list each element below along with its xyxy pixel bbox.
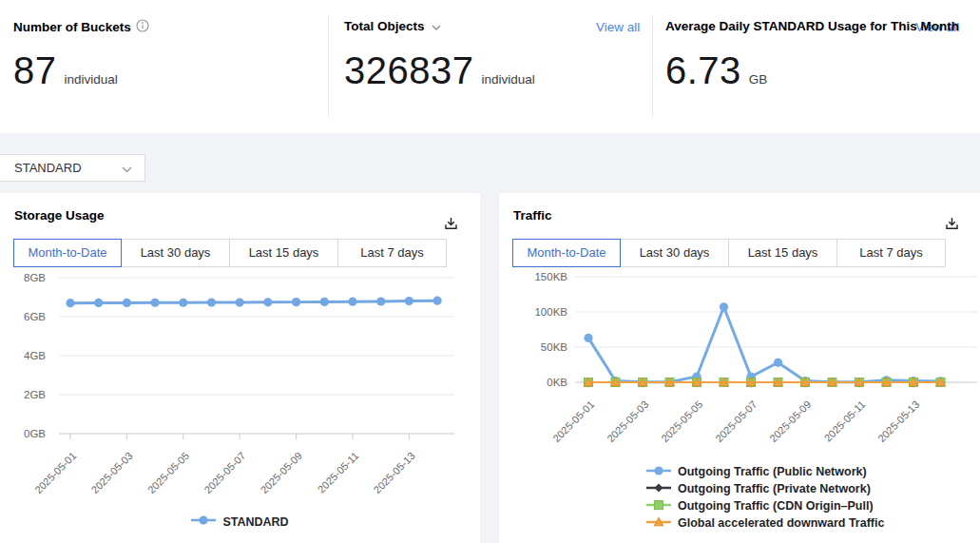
traffic-tab-group: Month-to-Date Last 30 days Last 15 days … — [512, 239, 946, 267]
svg-text:0KB: 0KB — [547, 377, 567, 388]
info-icon[interactable] — [136, 19, 149, 35]
svg-text:2025-05-01: 2025-05-01 — [32, 450, 78, 495]
stat-title-buckets: Number of Buckets — [13, 19, 149, 35]
stat-unit-objects: individual — [481, 72, 534, 87]
legend-marker-private-network — [646, 482, 671, 496]
stat-unit-buckets: individual — [65, 72, 118, 87]
storage-usage-chart[interactable]: 0GB2GB4GB6GB8GB2025-05-012025-05-032025-… — [0, 268, 480, 508]
legend-marker-standard — [191, 514, 216, 529]
storage-class-select[interactable]: STANDARD — [0, 154, 145, 182]
traffic-tab-last-30-days[interactable]: Last 30 days — [621, 239, 729, 267]
svg-text:2025-05-11: 2025-05-11 — [822, 398, 868, 444]
stats-divider-2 — [652, 15, 653, 118]
traffic-chart[interactable]: 0KB50KB100KB150KB2025-05-012025-05-03202… — [499, 269, 980, 459]
svg-text:2025-05-03: 2025-05-03 — [605, 398, 650, 444]
stat-value-avg-usage: 6.73 — [665, 49, 741, 92]
traffic-tab-last-7-days[interactable]: Last 7 days — [837, 239, 946, 267]
svg-text:2025-05-05: 2025-05-05 — [145, 450, 191, 495]
download-icon[interactable] — [441, 214, 460, 233]
svg-text:2025-05-07: 2025-05-07 — [202, 450, 247, 495]
storage-tab-last-7-days[interactable]: Last 7 days — [338, 239, 447, 267]
storage-legend: STANDARD — [0, 514, 480, 529]
storage-tab-month-to-date[interactable]: Month-to-Date — [13, 239, 122, 267]
legend-item-global-accelerated[interactable]: Global accelerated downward Traffic — [646, 514, 884, 532]
svg-text:2025-05-01: 2025-05-01 — [550, 398, 596, 444]
legend-item-cdn-origin-pull[interactable]: Outgoing Traffic (CDN Origin–Pull) — [646, 497, 884, 514]
stat-unit-avg-usage: GB — [749, 72, 768, 87]
svg-text:2025-05-09: 2025-05-09 — [767, 398, 813, 444]
legend-label-public-network: Outgoing Traffic (Public Network) — [678, 465, 867, 478]
legend-label-private-network: Outgoing Traffic (Private Network) — [678, 482, 871, 495]
stat-value-buckets: 87 — [13, 49, 57, 92]
svg-text:100KB: 100KB — [534, 306, 567, 318]
stats-bar: Number of Buckets 87 individual Total Ob… — [0, 0, 980, 133]
svg-text:2025-05-07: 2025-05-07 — [713, 398, 759, 444]
svg-text:2025-05-13: 2025-05-13 — [372, 450, 417, 495]
stat-title-objects-label: Total Objects — [344, 19, 425, 33]
legend-item-public-network[interactable]: Outgoing Traffic (Public Network) — [646, 463, 884, 480]
svg-text:150KB: 150KB — [534, 271, 567, 282]
stats-divider-1 — [328, 15, 329, 118]
storage-tab-last-15-days[interactable]: Last 15 days — [230, 239, 338, 267]
svg-text:6GB: 6GB — [24, 311, 46, 322]
traffic-tab-last-15-days[interactable]: Last 15 days — [729, 239, 837, 267]
legend-label-global-accelerated: Global accelerated downward Traffic — [678, 516, 884, 530]
legend-label-cdn-origin-pull: Outgoing Traffic (CDN Origin–Pull) — [678, 499, 874, 513]
svg-text:2025-05-09: 2025-05-09 — [259, 450, 304, 495]
legend-label-standard: STANDARD — [222, 515, 288, 529]
chevron-down-icon — [122, 160, 132, 177]
download-icon[interactable] — [942, 214, 961, 233]
svg-text:0GB: 0GB — [24, 428, 46, 439]
traffic-card: Traffic Month-to-Date Last 30 days Last … — [499, 193, 980, 543]
svg-text:2025-05-13: 2025-05-13 — [875, 398, 921, 444]
stat-value-objects: 326837 — [344, 49, 473, 92]
svg-text:2025-05-11: 2025-05-11 — [316, 450, 361, 495]
storage-tab-last-30-days[interactable]: Last 30 days — [122, 239, 230, 267]
traffic-tab-month-to-date[interactable]: Month-to-Date — [512, 239, 621, 267]
traffic-card-title: Traffic — [513, 208, 552, 223]
svg-text:2025-05-05: 2025-05-05 — [659, 398, 704, 444]
stat-title-avg-usage: Average Daily STANDARD Usage for This Mo… — [665, 19, 959, 33]
stat-title-objects[interactable]: Total Objects — [344, 19, 441, 33]
legend-marker-cdn-origin-pull — [646, 499, 671, 514]
stat-panel-buckets: Number of Buckets 87 individual — [13, 0, 317, 133]
storage-card-title: Storage Usage — [14, 208, 105, 223]
storage-usage-card: Storage Usage Month-to-Date Last 30 days… — [0, 193, 480, 543]
svg-text:2GB: 2GB — [24, 389, 46, 400]
view-all-objects-link[interactable]: View all — [596, 20, 640, 34]
stat-title-avg-usage-label: Average Daily STANDARD Usage for This Mo… — [665, 19, 959, 33]
storage-class-select-value: STANDARD — [14, 161, 82, 175]
stat-title-buckets-label: Number of Buckets — [13, 20, 131, 34]
legend-item-private-network[interactable]: Outgoing Traffic (Private Network) — [646, 480, 884, 497]
stat-panel-avg-usage: View all Average Daily STANDARD Usage fo… — [665, 0, 980, 133]
storage-tab-group: Month-to-Date Last 30 days Last 15 days … — [13, 239, 447, 267]
stat-panel-objects: Total Objects View all 326837 individual — [344, 0, 652, 133]
svg-text:4GB: 4GB — [24, 350, 46, 361]
chevron-down-icon — [432, 19, 441, 33]
legend-item-standard[interactable]: STANDARD — [191, 514, 288, 529]
legend-marker-public-network — [646, 465, 671, 479]
legend-marker-global-accelerated — [646, 516, 671, 531]
svg-text:2025-05-03: 2025-05-03 — [89, 450, 135, 495]
svg-text:50KB: 50KB — [541, 341, 567, 353]
traffic-legend: Outgoing Traffic (Public Network) Outgoi… — [646, 463, 884, 532]
svg-text:8GB: 8GB — [24, 272, 46, 283]
